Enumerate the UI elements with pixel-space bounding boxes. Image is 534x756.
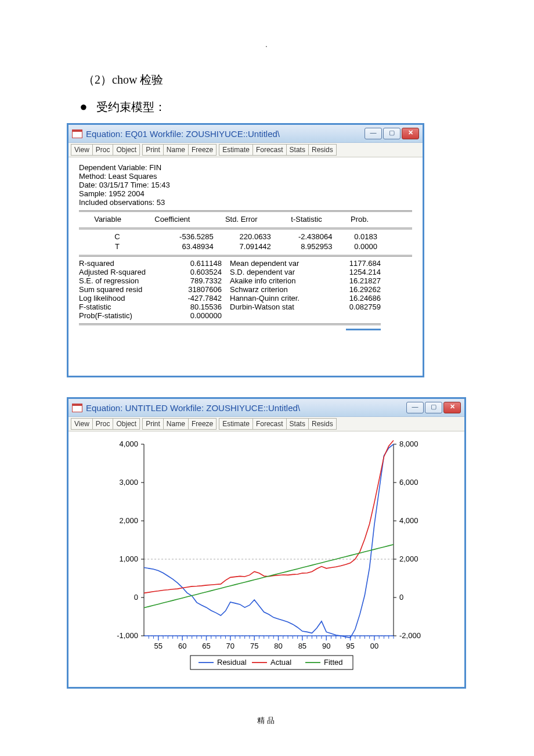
stat-label: Hannan-Quinn criter. <box>230 294 349 303</box>
toolbar-button-print[interactable]: Print <box>142 418 164 430</box>
stat-label: Mean dependent var <box>230 259 349 268</box>
svg-text:60: 60 <box>178 642 186 650</box>
top-dot: . <box>67 41 467 49</box>
info-line: Date: 03/15/17 Time: 15:43 <box>79 181 412 189</box>
svg-text:00: 00 <box>370 642 378 650</box>
toolbar-button-object[interactable]: Object <box>113 418 140 430</box>
svg-text:95: 95 <box>346 642 354 650</box>
eviews-window-chart: Equation: UNTITLED Workfile: ZOUSHIYUCE:… <box>67 397 466 689</box>
svg-text:Fitted: Fitted <box>324 658 343 667</box>
svg-text:-2,000: -2,000 <box>399 631 421 640</box>
col-header: Coefficient <box>136 214 208 224</box>
svg-text:6,000: 6,000 <box>399 478 418 487</box>
stat-row: Sum squared resid31807606 <box>79 285 230 294</box>
titlebar[interactable]: Equation: UNTITLED Workfile: ZOUSHIYUCE:… <box>68 399 464 417</box>
stat-value: 16.21827 <box>349 276 381 285</box>
toolbar-button-forecast[interactable]: Forecast <box>253 144 287 156</box>
window-controls: — ▢ ✕ <box>363 128 419 139</box>
toolbar-button-estimate[interactable]: Estimate <box>219 144 253 156</box>
cell: -2.438064 <box>275 232 336 242</box>
stat-label: S.E. of regression <box>79 276 190 285</box>
stat-label: S.D. dependent var <box>230 268 349 276</box>
toolbar: ViewProcObject PrintNameFreeze EstimateF… <box>68 417 464 431</box>
var-name: T <box>79 242 156 251</box>
svg-text:85: 85 <box>298 642 306 650</box>
stat-label: Adjusted R-squared <box>79 268 190 276</box>
toolbar-button-proc[interactable]: Proc <box>93 418 114 430</box>
output-content: Dependent Variable: FINMethod: Least Squ… <box>68 157 423 376</box>
stat-value: 16.29262 <box>349 285 381 294</box>
minimize-button[interactable]: — <box>406 402 424 413</box>
toolbar: ViewProcObject PrintNameFreeze EstimateF… <box>68 143 423 157</box>
stat-value: 80.15536 <box>190 303 230 311</box>
stat-label: F-statistic <box>79 303 190 311</box>
page: . （2）chow 检验 ● 受约束模型： Equation: EQ01 Wor… <box>0 0 534 749</box>
stat-row: F-statistic80.15536 <box>79 303 230 311</box>
toolbar-button-stats[interactable]: Stats <box>287 144 309 156</box>
eviews-window-eq01: Equation: EQ01 Workfile: ZOUSHIYUCE::Unt… <box>67 123 424 377</box>
stat-row: Adjusted R-squared0.603524 <box>79 268 230 276</box>
var-name: C <box>79 232 156 242</box>
toolbar-button-view[interactable]: View <box>71 418 93 430</box>
info-line: Included observations: 53 <box>79 198 412 207</box>
toolbar-button-print[interactable]: Print <box>142 144 164 156</box>
toolbar-button-resids[interactable]: Resids <box>309 418 337 430</box>
info-line: Method: Least Squares <box>79 172 412 181</box>
stat-value: 0.000000 <box>190 311 230 320</box>
residual-chart: -1,00001,0002,0003,0004,000-2,00002,0004… <box>74 437 457 681</box>
table-row: T63.489347.0914428.9529530.0000 <box>79 242 381 251</box>
toolbar-button-resids[interactable]: Resids <box>309 144 337 156</box>
toolbar-button-name[interactable]: Name <box>164 144 189 156</box>
stat-row: S.E. of regression789.7332 <box>79 276 230 285</box>
toolbar-button-proc[interactable]: Proc <box>93 144 114 156</box>
app-icon <box>72 404 82 412</box>
toolbar-button-stats[interactable]: Stats <box>287 418 309 430</box>
stat-row: Hannan-Quinn criter.16.24686 <box>230 294 381 303</box>
svg-text:4,000: 4,000 <box>399 516 418 525</box>
svg-text:90: 90 <box>322 642 330 650</box>
minimize-button[interactable]: — <box>365 128 382 139</box>
cell: 7.091442 <box>217 242 275 251</box>
stat-value: -427.7842 <box>187 294 230 303</box>
toolbar-button-name[interactable]: Name <box>164 418 189 430</box>
svg-text:80: 80 <box>274 642 282 650</box>
svg-text:75: 75 <box>250 642 258 650</box>
stat-row: Schwarz criterion16.29262 <box>230 285 381 294</box>
stat-value: 789.7332 <box>190 276 230 285</box>
col-header: Prob. <box>338 214 381 224</box>
maximize-button[interactable]: ▢ <box>383 128 400 139</box>
stat-row: Log likelihood-427.7842 <box>79 294 230 303</box>
bullet-icon: ● <box>74 99 93 114</box>
window-title: Equation: EQ01 Workfile: ZOUSHIYUCE::Unt… <box>86 129 363 139</box>
close-button[interactable]: ✕ <box>443 402 461 413</box>
toolbar-button-freeze[interactable]: Freeze <box>189 144 217 156</box>
svg-text:1,000: 1,000 <box>119 555 138 563</box>
toolbar-button-forecast[interactable]: Forecast <box>253 418 287 430</box>
stat-value: 31807606 <box>188 285 230 294</box>
info-line: Dependent Variable: FIN <box>79 163 412 172</box>
svg-text:Residual: Residual <box>217 658 247 667</box>
titlebar[interactable]: Equation: EQ01 Workfile: ZOUSHIYUCE::Unt… <box>68 125 423 143</box>
svg-text:70: 70 <box>226 642 234 650</box>
toolbar-button-estimate[interactable]: Estimate <box>219 418 253 430</box>
toolbar-button-view[interactable]: View <box>71 144 93 156</box>
stat-value: 16.24686 <box>349 294 381 303</box>
svg-text:65: 65 <box>202 642 210 650</box>
cell: 63.48934 <box>156 242 217 251</box>
toolbar-button-freeze[interactable]: Freeze <box>189 418 217 430</box>
svg-text:0: 0 <box>134 593 138 602</box>
stat-label: Durbin-Watson stat <box>230 303 349 311</box>
svg-rect-0 <box>144 444 394 636</box>
stat-value: 0.603524 <box>190 268 230 276</box>
svg-text:2,000: 2,000 <box>399 555 418 563</box>
maximize-button[interactable]: ▢ <box>425 402 442 413</box>
heading-text: chow 检验 <box>112 73 163 86</box>
stat-row: S.D. dependent var1254.214 <box>230 268 381 276</box>
coef-table: VariableCoefficientStd. Errort-Statistic… <box>79 214 381 224</box>
svg-text:4,000: 4,000 <box>119 440 138 448</box>
close-button[interactable]: ✕ <box>402 128 419 139</box>
stat-label: Sum squared resid <box>79 285 188 294</box>
toolbar-button-object[interactable]: Object <box>113 144 140 156</box>
table-row: C-536.5285220.0633-2.4380640.0183 <box>79 232 381 242</box>
info-line: Sample: 1952 2004 <box>79 189 412 198</box>
